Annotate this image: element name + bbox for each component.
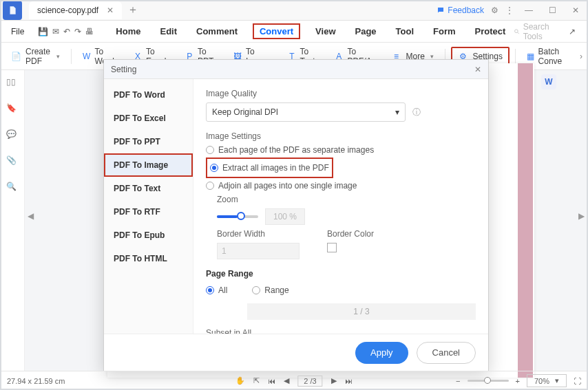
- maximize-button[interactable]: ☐: [544, 6, 560, 15]
- dialog-close-button[interactable]: ✕: [474, 65, 481, 74]
- feedback-link[interactable]: Feedback: [437, 6, 484, 15]
- dialog-header: Setting ✕: [104, 60, 488, 79]
- scroll-right-icon[interactable]: ▶: [578, 208, 585, 224]
- save-icon[interactable]: 💾: [38, 25, 48, 39]
- search-icon[interactable]: 🔍: [6, 182, 19, 194]
- dialog-main: Image Quality Keep Original DPI ▾ ⓘ Imag…: [193, 79, 488, 334]
- menu-page[interactable]: Page: [351, 23, 381, 39]
- side-pdf-to-text[interactable]: PDF To Text: [104, 177, 193, 200]
- redo-icon[interactable]: ↷: [74, 25, 81, 39]
- side-pdf-to-excel[interactable]: PDF To Excel: [104, 107, 193, 130]
- side-pdf-to-ppt[interactable]: PDF To PPT: [104, 130, 193, 153]
- bookmark-icon[interactable]: 🔖: [6, 103, 19, 116]
- feedback-label: Feedback: [448, 6, 484, 15]
- image-settings-label: Image Settings: [206, 131, 476, 141]
- fit-page-icon[interactable]: ⛶: [574, 377, 581, 385]
- prev-page-icon[interactable]: ◀: [284, 376, 289, 385]
- select-tool-icon[interactable]: ⇱: [253, 376, 260, 385]
- first-page-icon[interactable]: ⏮: [268, 377, 275, 385]
- dialog-sidebar: PDF To Word PDF To Excel PDF To PPT PDF …: [104, 79, 193, 334]
- left-sidebar: ▯▯ 🔖 💬 📎 🔍: [0, 70, 25, 371]
- subset-label: Subset in All: [206, 328, 476, 334]
- zoom-slider[interactable]: [217, 215, 258, 218]
- page-size: 27.94 x 21.59 cm: [7, 377, 65, 385]
- zoom-value[interactable]: 100 %: [265, 208, 305, 225]
- zoom-slider-status[interactable]: [468, 380, 509, 382]
- app-logo: [3, 1, 22, 20]
- zoom-out-icon[interactable]: −: [456, 377, 460, 385]
- side-pdf-to-image[interactable]: PDF To Image: [104, 153, 193, 177]
- file-menu[interactable]: File: [6, 24, 30, 39]
- menu-protect[interactable]: Protect: [471, 23, 510, 39]
- svg-point-0: [515, 29, 518, 32]
- search-tools-label: Search Tools: [523, 22, 560, 41]
- word-export-icon[interactable]: W: [541, 74, 556, 89]
- chevron-down-icon: ▾: [555, 376, 559, 385]
- undo-icon[interactable]: ↶: [63, 25, 70, 39]
- image-quality-label: Image Quality: [206, 89, 476, 98]
- menu-comment[interactable]: Comment: [192, 23, 242, 39]
- side-pdf-to-word[interactable]: PDF To Word: [104, 83, 193, 107]
- page-range-label: Page Range: [206, 269, 476, 279]
- page-range-display: 1 / 3: [247, 303, 476, 320]
- page-range-all[interactable]: All: [206, 285, 227, 295]
- menubar: File 💾 ✉ ↶ ↷ 🖶 Home Edit Comment Convert…: [0, 21, 588, 43]
- side-pdf-to-rtf[interactable]: PDF To RTF: [104, 200, 193, 224]
- create-pdf-button[interactable]: 📄Create PDF: [6, 44, 65, 69]
- menu-convert[interactable]: Convert: [253, 23, 300, 39]
- thumbnails-icon[interactable]: ▯▯: [6, 77, 19, 89]
- menu-edit[interactable]: Edit: [156, 23, 181, 39]
- cloud-icon[interactable]: ☁: [585, 25, 588, 39]
- dialog-title: Setting: [111, 65, 136, 74]
- option-each-page[interactable]: Each page of the PDF as separate images: [206, 145, 476, 155]
- close-window-button[interactable]: ✕: [567, 6, 584, 15]
- zoom-in-icon[interactable]: +: [516, 377, 520, 385]
- tab-close-icon[interactable]: ✕: [107, 6, 114, 15]
- mail-icon[interactable]: ✉: [52, 25, 59, 39]
- settings-gear-icon[interactable]: ⚙: [491, 6, 498, 15]
- menu-home[interactable]: Home: [112, 23, 145, 39]
- cancel-button[interactable]: Cancel: [417, 342, 476, 364]
- zoom-label: Zoom: [217, 195, 476, 204]
- share-icon[interactable]: ↗: [567, 25, 578, 39]
- dialog-footer: Apply Cancel: [104, 334, 488, 371]
- attach-icon[interactable]: 📎: [6, 155, 19, 168]
- side-pdf-to-html[interactable]: PDF To HTML: [104, 247, 193, 270]
- search-tools[interactable]: Search Tools: [514, 22, 560, 41]
- new-tab-button[interactable]: ＋: [127, 3, 138, 17]
- option-adjoin-pages[interactable]: Adjoin all pages into one single image: [206, 181, 476, 191]
- last-page-icon[interactable]: ⏭: [345, 377, 353, 385]
- page-number[interactable]: 2 /3: [297, 376, 322, 387]
- zoom-level[interactable]: 70%▾: [527, 374, 567, 387]
- apply-button[interactable]: Apply: [355, 342, 408, 364]
- hand-tool-icon[interactable]: ✋: [235, 376, 245, 385]
- menu-dots-icon[interactable]: ⋮: [505, 6, 514, 15]
- border-width-input[interactable]: 1: [217, 243, 300, 259]
- next-page-icon[interactable]: ▶: [331, 376, 337, 385]
- image-quality-select[interactable]: Keep Original DPI ▾: [206, 102, 406, 122]
- info-icon[interactable]: ⓘ: [412, 107, 421, 118]
- border-color-picker[interactable]: [327, 243, 337, 252]
- menu-tool[interactable]: Tool: [392, 23, 418, 39]
- page-ribbon: [518, 63, 533, 378]
- menu-view[interactable]: View: [311, 23, 339, 39]
- document-tab[interactable]: science-copy.pdf ✕: [29, 1, 122, 19]
- border-color-label: Border Color: [327, 229, 374, 239]
- chevron-down-icon: ▾: [395, 107, 399, 117]
- side-pdf-to-epub[interactable]: PDF To Epub: [104, 224, 193, 247]
- settings-dialog: Setting ✕ PDF To Word PDF To Excel PDF T…: [103, 59, 489, 371]
- scroll-left-icon[interactable]: ◀: [28, 208, 34, 224]
- minimize-button[interactable]: —: [521, 6, 537, 15]
- titlebar: science-copy.pdf ✕ ＋ Feedback ⚙ ⋮ — ☐ ✕: [0, 0, 588, 21]
- border-width-label: Border Width: [217, 229, 300, 239]
- tab-title: science-copy.pdf: [37, 6, 98, 15]
- option-extract-images[interactable]: Extract all images in the PDF: [210, 163, 329, 173]
- menu-form[interactable]: Form: [429, 23, 460, 39]
- statusbar: 27.94 x 21.59 cm ✋ ⇱ ⏮ ◀ 2 /3 ▶ ⏭ − + 70…: [0, 371, 588, 390]
- comment-icon[interactable]: 💬: [6, 129, 19, 142]
- page-range-range[interactable]: Range: [252, 285, 288, 295]
- print-icon[interactable]: 🖶: [85, 25, 94, 39]
